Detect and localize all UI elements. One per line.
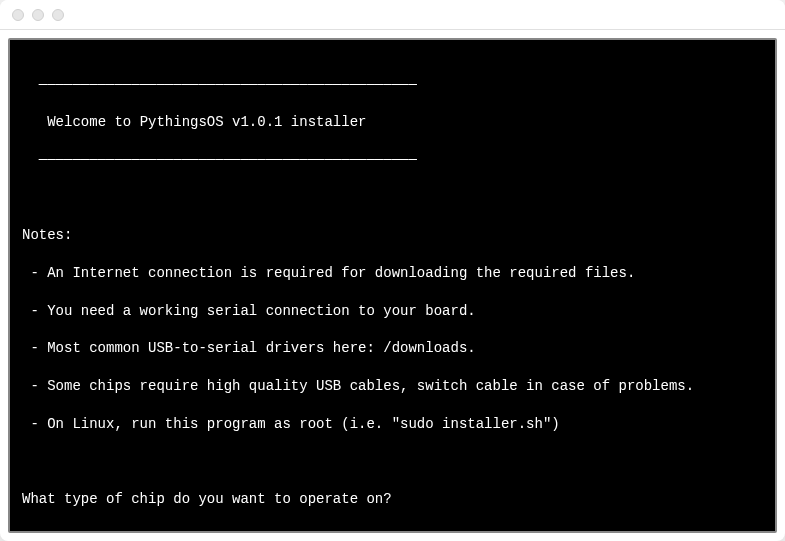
blank-line [22,453,763,472]
window-titlebar [0,0,785,30]
banner-rule-bottom: ————————————————————————————————————————… [22,150,763,169]
blank-line [22,528,763,533]
note-item: - Most common USB-to-serial drivers here… [22,339,763,358]
terminal-output[interactable]: ————————————————————————————————————————… [8,38,777,533]
banner-rule-top: ————————————————————————————————————————… [22,75,763,94]
question: What type of chip do you want to operate… [22,490,763,509]
maximize-button[interactable] [52,9,64,21]
banner-title: Welcome to PythingsOS v1.0.1 installer [22,113,763,132]
blank-line [22,188,763,207]
minimize-button[interactable] [32,9,44,21]
terminal-window: ————————————————————————————————————————… [0,0,785,541]
note-item: - On Linux, run this program as root (i.… [22,415,763,434]
note-item: - You need a working serial connection t… [22,302,763,321]
close-button[interactable] [12,9,24,21]
notes-header: Notes: [22,226,763,245]
note-item: - Some chips require high quality USB ca… [22,377,763,396]
note-item: - An Internet connection is required for… [22,264,763,283]
